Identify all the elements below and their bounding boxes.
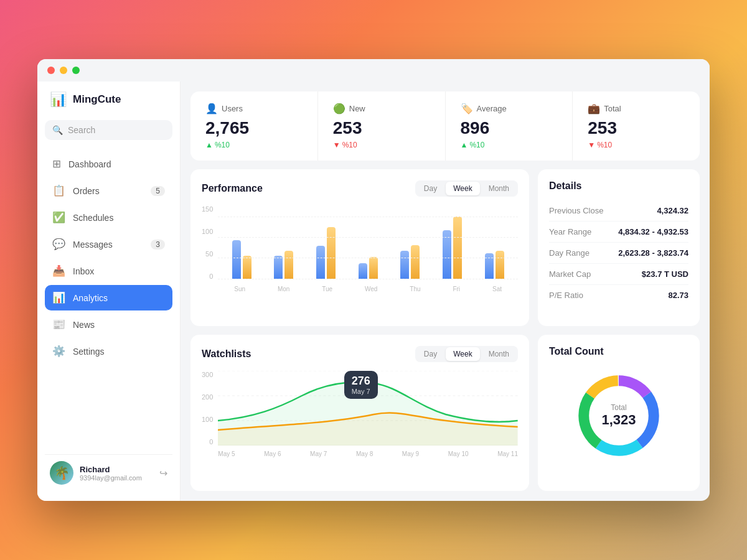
sidebar-item-dashboard[interactable]: ⊞ Dashboard: [45, 151, 172, 177]
sidebar-item-label: Settings: [73, 347, 105, 357]
messages-icon: 💬: [52, 238, 65, 251]
stat-label: Total: [604, 104, 621, 113]
tab-month[interactable]: Month: [481, 182, 517, 195]
detail-row-prev-close: Previous Close 4,324.32: [549, 200, 688, 222]
close-button[interactable]: [47, 67, 55, 74]
sidebar-item-label: Dashboard: [68, 159, 111, 169]
detail-val: 4,324.32: [657, 206, 688, 215]
search-box[interactable]: 🔍 Search: [45, 120, 172, 140]
sidebar-item-inbox[interactable]: 📥 Inbox: [45, 258, 172, 284]
bottom-row: Performance Day Week Month 150 100: [190, 169, 700, 491]
up-arrow-icon: ▲: [461, 141, 468, 149]
titlebar: [37, 59, 710, 82]
bar-blue: [316, 246, 325, 279]
logout-icon[interactable]: ↪: [159, 467, 167, 479]
average-icon: 🏷️: [461, 103, 473, 114]
sidebar-item-schedules[interactable]: ✅ Schedules: [45, 205, 172, 230]
bar-orange: [284, 251, 293, 279]
detail-val: $23.7 T USD: [642, 269, 688, 279]
tooltip-date: May 7: [352, 388, 370, 395]
performance-tabs: Day Week Month: [415, 180, 518, 197]
bar-chart: 150 100 50 0: [202, 205, 518, 292]
detail-key: Market Cap: [549, 269, 591, 279]
watchlists-tabs: Day Week Month: [415, 346, 518, 362]
bars-area: [218, 217, 518, 279]
line-chart-area: 276 May 7 May 5 May 6 May 7 May 8 May: [218, 371, 518, 457]
sidebar-item-settings[interactable]: ⚙️ Settings: [45, 338, 172, 364]
stat-label: New: [349, 104, 365, 113]
sidebar-item-messages[interactable]: 💬 Messages 3: [45, 231, 172, 257]
performance-title: Performance: [202, 183, 263, 194]
line-chart-container: 300 200 100 0: [202, 371, 518, 457]
panel-left: Performance Day Week Month 150 100: [190, 169, 529, 491]
donut-value: 1,323: [601, 412, 636, 428]
bar-group-tue: [305, 227, 347, 279]
total-count-panel: Total Count: [538, 335, 700, 492]
stat-change: ▲ %10: [205, 141, 303, 149]
down-arrow-icon: ▼: [588, 141, 595, 149]
detail-key: Previous Close: [549, 206, 603, 215]
user-name: Richard: [80, 465, 153, 474]
detail-row-year-range: Year Range 4,834.32 - 4,932.53: [549, 222, 688, 243]
bar-orange: [327, 227, 336, 279]
detail-val: 2,623.28 - 3,823.74: [618, 248, 688, 258]
up-arrow-icon: ▲: [205, 141, 213, 149]
avatar: 🌴: [50, 461, 73, 485]
dashboard-icon: ⊞: [52, 157, 61, 170]
sidebar-item-analytics[interactable]: 📊 Analytics: [45, 285, 172, 310]
stat-card-average: 🏷️ Average 896 ▲ %10: [446, 91, 573, 161]
bar-blue: [359, 263, 367, 279]
stat-change: ▼ %10: [588, 141, 685, 149]
schedules-icon: ✅: [52, 211, 65, 224]
bar-orange: [496, 251, 504, 279]
performance-panel: Performance Day Week Month 150 100: [190, 169, 529, 326]
sidebar-item-orders[interactable]: 📋 Orders 5: [45, 178, 172, 203]
watchlists-panel: Watchlists Day Week Month 300 200: [190, 335, 529, 492]
tab-day[interactable]: Day: [416, 182, 444, 195]
down-arrow-icon: ▼: [333, 141, 341, 149]
bar-group-fri: [431, 217, 474, 279]
tab-week[interactable]: Week: [446, 182, 479, 195]
detail-key: P/E Ratio: [549, 291, 583, 300]
detail-val: 4,834.32 - 4,932.53: [618, 227, 688, 236]
sidebar-item-label: Messages: [73, 240, 113, 250]
sidebar-item-news[interactable]: 📰 News: [45, 312, 172, 337]
bar-orange: [243, 256, 251, 279]
stat-card-new: 🟢 New 253 ▼ %10: [318, 91, 446, 161]
stats-row: 👤 Users 2,765 ▲ %10 🟢 New 253: [190, 91, 700, 161]
stat-card-users: 👤 Users 2,765 ▲ %10: [190, 91, 318, 161]
total-count-title: Total Count: [549, 346, 604, 357]
detail-row-day-range: Day Range 2,623.28 - 3,823.74: [549, 243, 688, 264]
bars-container: Sun Mon Tue Wed Thu Fri Sat: [218, 217, 518, 292]
bar-orange: [411, 245, 420, 279]
sidebar-item-label: Inbox: [73, 266, 94, 276]
user-email: 9394lay@gmail.com: [80, 474, 153, 482]
minimize-button[interactable]: [60, 67, 67, 74]
donut-chart: Total 1,323: [549, 366, 688, 465]
stat-label: Average: [477, 104, 507, 113]
tab-week[interactable]: Week: [446, 347, 479, 361]
user-area: 🌴 Richard 9394lay@gmail.com ↪: [45, 454, 172, 491]
y-axis-labels: 300 200 100 0: [202, 371, 213, 446]
tooltip-value: 276: [352, 375, 370, 388]
total-count-header: Total Count: [549, 346, 688, 357]
watchlists-title: Watchlists: [202, 348, 251, 360]
detail-key: Day Range: [549, 248, 590, 258]
stat-change: ▼ %10: [333, 141, 430, 149]
tab-month[interactable]: Month: [481, 347, 517, 361]
settings-icon: ⚙️: [52, 345, 65, 358]
tab-day[interactable]: Day: [416, 347, 444, 361]
news-icon: 📰: [52, 318, 65, 331]
new-icon: 🟢: [333, 103, 345, 114]
detail-row-pe-ratio: P/E Ratio 82.73: [549, 285, 688, 306]
total-icon: 💼: [588, 103, 600, 114]
search-input[interactable]: Search: [68, 125, 95, 135]
panel-right: Details Previous Close 4,324.32 Year Ran…: [538, 169, 700, 491]
maximize-button[interactable]: [72, 67, 80, 74]
bar-blue: [274, 256, 283, 279]
orders-icon: 📋: [52, 184, 65, 197]
sidebar-nav: ⊞ Dashboard 📋 Orders 5 ✅ Schedules 💬 Mes…: [45, 151, 172, 365]
bar-group-thu: [389, 245, 431, 279]
analytics-icon: 📊: [52, 291, 65, 304]
detail-key: Year Range: [549, 227, 591, 236]
